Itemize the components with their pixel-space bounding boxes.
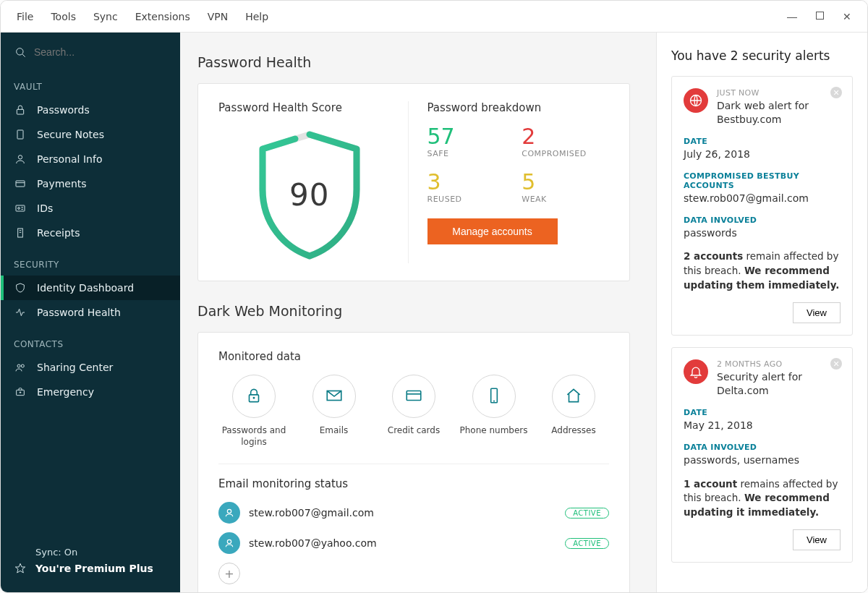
lock-icon (14, 103, 27, 116)
svg-point-15 (21, 364, 24, 367)
menu-item-file[interactable]: File (8, 7, 42, 27)
monitored-item-credit-cards[interactable]: Credit cards (378, 375, 449, 448)
monitored-item-passwords[interactable]: Passwords and logins (218, 375, 289, 448)
sidebar-item-label: Payments (37, 178, 87, 189)
sidebar-item-payments[interactable]: Payments (1, 171, 180, 196)
close-icon[interactable]: ✕ (830, 87, 842, 98)
sidebar-item-label: Passwords (37, 104, 90, 116)
main-area: Password Health Password Health Score (180, 33, 867, 592)
breakdown-compromised-value: 2 (522, 126, 609, 148)
password-health-heading: Password Health (197, 54, 630, 70)
main-scroll[interactable]: Password Health Password Health Score (180, 33, 656, 592)
sidebar-item-password-health[interactable]: Password Health (1, 300, 180, 325)
premium-status[interactable]: You're Premium Plus (14, 562, 167, 575)
breakdown-heading: Password breakdown (427, 101, 610, 114)
id-icon (14, 202, 27, 215)
search-input[interactable] (34, 46, 167, 58)
view-button[interactable]: View (793, 302, 841, 323)
svg-line-1 (22, 54, 25, 57)
svg-point-28 (227, 540, 231, 544)
sidebar-item-label: Emergency (37, 386, 94, 398)
credit-card-icon (404, 386, 423, 407)
people-icon (14, 361, 27, 374)
premium-label: You're Premium Plus (35, 563, 153, 574)
email-row[interactable]: stew.rob007@yahoo.com ACTIVE (218, 528, 609, 558)
score-heading: Password Health Score (218, 101, 401, 114)
alert-body-strong: 2 accounts (684, 250, 743, 262)
sidebar-item-personal-info[interactable]: Personal Info (1, 147, 180, 171)
menu-item-extensions[interactable]: Extensions (127, 7, 199, 27)
sidebar-item-emergency[interactable]: Emergency (1, 380, 180, 404)
sidebar-item-identity-dashboard[interactable]: Identity Dashboard (1, 276, 180, 300)
sidebar-item-label: Secure Notes (37, 129, 104, 140)
section-label-vault: VAULT (1, 67, 180, 98)
avatar-icon (218, 532, 240, 554)
envelope-icon (325, 386, 344, 407)
manage-accounts-button[interactable]: Manage accounts (427, 218, 558, 244)
breakdown-weak-value: 5 (522, 171, 609, 193)
alert-data-value: passwords, usernames (684, 453, 841, 467)
menu-item-help[interactable]: Help (237, 7, 277, 27)
sidebar-item-sharing-center[interactable]: Sharing Center (1, 355, 180, 380)
sidebar-item-label: Sharing Center (37, 362, 113, 373)
avatar-icon (218, 502, 240, 524)
home-icon (564, 386, 583, 407)
alerts-panel: You have 2 security alerts ✕ JUST NOW Da… (656, 33, 867, 592)
shield-score-graphic: 90 (218, 126, 401, 263)
alert-card: ✕ JUST NOW Dark web alert for Bestbuy.co… (671, 76, 853, 336)
star-icon (14, 562, 27, 575)
view-button[interactable]: View (793, 529, 841, 550)
menu-item-vpn[interactable]: VPN (199, 7, 237, 27)
sidebar-item-passwords[interactable]: Passwords (1, 98, 180, 122)
alert-date-label: DATE (684, 408, 841, 417)
briefcase-icon (14, 385, 27, 398)
alerts-title: You have 2 security alerts (671, 48, 853, 63)
sidebar-item-ids[interactable]: IDs (1, 196, 180, 221)
sidebar-item-secure-notes[interactable]: Secure Notes (1, 122, 180, 147)
sidebar-item-label: Password Health (37, 307, 121, 318)
sidebar-footer: Sync: On You're Premium Plus (1, 535, 180, 592)
alert-accounts-value: stew.rob007@gmail.com (684, 192, 841, 205)
menu-item-tools[interactable]: Tools (42, 7, 85, 27)
app-window: File Tools Sync Extensions VPN Help — ✕ … (0, 0, 868, 593)
alert-data-label: DATA INVOLVED (684, 443, 841, 452)
alert-body: 1 account remains affected by this breac… (684, 477, 841, 520)
card-icon (14, 177, 27, 190)
monitored-item-addresses[interactable]: Addresses (538, 375, 609, 448)
svg-point-14 (17, 364, 20, 367)
breakdown-reused-label: REUSED (427, 195, 515, 204)
monitored-data-heading: Monitored data (218, 350, 609, 363)
monitored-item-phone-numbers[interactable]: Phone numbers (459, 375, 529, 448)
alert-time: 2 MONTHS AGO (717, 359, 841, 369)
monitored-item-emails[interactable]: Emails (299, 375, 370, 448)
minimize-icon[interactable]: — (787, 11, 797, 22)
breakdown-compromised: 2 COMPROMISED (522, 126, 609, 158)
maximize-icon[interactable] (816, 12, 824, 20)
sidebar-item-receipts[interactable]: Receipts (1, 221, 180, 245)
alert-body: 2 accounts remain affected by this breac… (684, 249, 841, 292)
phone-icon (485, 386, 503, 407)
add-email-button[interactable]: + (218, 563, 240, 584)
close-icon[interactable]: ✕ (843, 11, 851, 22)
alert-headline: Security alert for Delta.com (717, 370, 841, 398)
section-label-contacts: CONTACTS (1, 325, 180, 355)
menu-item-sync[interactable]: Sync (85, 7, 127, 27)
receipt-icon (14, 226, 27, 239)
password-health-card: Password Health Score 90 (197, 83, 630, 281)
alert-date-label: DATE (684, 137, 841, 146)
window-controls: — ✕ (787, 11, 860, 22)
svg-marker-19 (15, 563, 25, 573)
status-badge: ACTIVE (565, 508, 609, 519)
alert-date-value: July 26, 2018 (684, 148, 841, 161)
note-icon (14, 128, 27, 141)
svg-point-0 (17, 48, 23, 55)
alert-accounts-label: COMPROMISED BESTBUY ACCOUNTS (684, 171, 841, 190)
breakdown-safe-value: 57 (427, 126, 515, 148)
email-row[interactable]: stew.rob007@gmail.com ACTIVE (218, 498, 609, 528)
search-row[interactable] (1, 33, 180, 67)
svg-point-27 (227, 510, 231, 513)
menubar: File Tools Sync Extensions VPN Help — ✕ (1, 1, 867, 33)
breakdown-compromised-label: COMPROMISED (522, 149, 609, 158)
sync-status: Sync: On (14, 547, 167, 558)
svg-point-8 (18, 208, 20, 210)
